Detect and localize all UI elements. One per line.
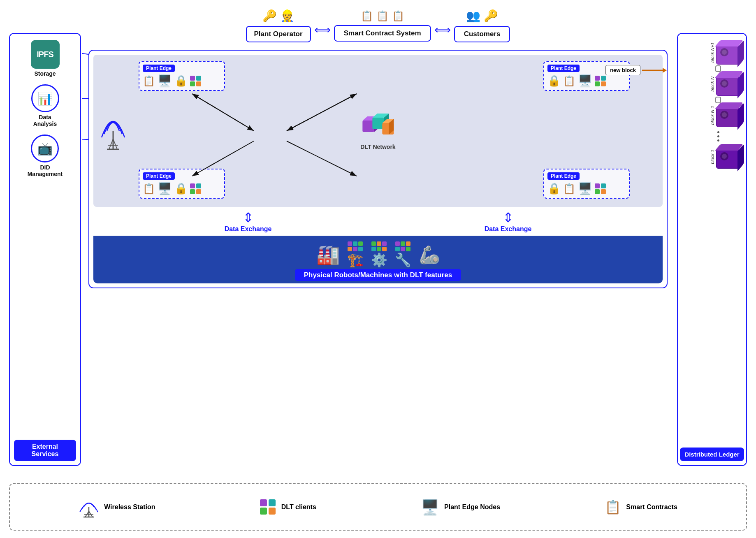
data-analysis-block: 📊 DataAnalysis: [31, 84, 59, 127]
customers-icons: 👥 🔑: [466, 9, 498, 23]
plant-edge-bottom-left: Plant Edge 📋 🖥️ 🔒: [139, 169, 225, 199]
new-block-annotation: new block: [605, 65, 667, 75]
plant-edge-bl-icons: 📋 🖥️ 🔒: [143, 182, 221, 195]
block-n-minus-1-row: block N-1: [680, 103, 744, 127]
block-n-plus-1-row: block N+1: [680, 41, 744, 65]
smart-contract-icon-1: 📋: [361, 10, 373, 22]
legend-smart-contracts: 📋 Smart Contracts: [605, 499, 677, 515]
plant-edge-br-box: Plant Edge 🔒 📋 🖥️: [543, 169, 630, 199]
legend-plant-edge-label: Plant Edge Nodes: [444, 503, 500, 511]
robot-1: 🏗️: [347, 241, 364, 268]
robots-icons-row: 🏭 🏗️: [102, 241, 654, 268]
distributed-ledger-box: block N+1 block N: [677, 33, 747, 466]
smart-contract-icon-3: 📋: [392, 10, 404, 22]
dlt-network-center: DLT Network: [360, 111, 395, 150]
sc-doc-icon-br: 📋: [563, 183, 575, 195]
external-services-box: IPFS Storage 📊 DataAnalysis 📺 DIDManagem…: [9, 33, 81, 466]
plant-edge-bl-label: Plant Edge: [143, 172, 175, 180]
key-icon: 🔑: [262, 9, 277, 23]
page-root: IPFS Storage 📊 DataAnalysis 📺 DIDManagem…: [0, 0, 756, 538]
customer-key-icon: 🔑: [484, 9, 498, 23]
did-management-label: DIDManagement: [28, 164, 63, 177]
cube-cluster-bl: [190, 183, 202, 194]
plant-edge-tr-icons: 🔒 📋 🖥️: [547, 74, 626, 88]
lock-icon-bl: 🔒: [174, 182, 188, 195]
plant-edge-tr-label: Plant Edge: [547, 65, 580, 72]
sc-doc-icon-bl: 📋: [143, 183, 155, 195]
robot-2: ⚙️: [371, 241, 387, 268]
data-exchange-right: ⇕ Data Exchange: [485, 210, 532, 233]
customers-icon: 👥: [466, 9, 480, 23]
data-exchange-left: ⇕ Data Exchange: [225, 210, 272, 233]
smart-contract-system-label: Smart Contract System: [344, 29, 421, 37]
data-analysis-icon: 📊: [31, 84, 59, 112]
legend-dlt-clients: DLT clients: [260, 499, 316, 515]
plant-edge-tl-icons: 📋 🖥️ 🔒: [143, 74, 221, 88]
physical-robots-area: 🏭 🏗️: [93, 236, 663, 283]
arrow-left-right-2: ⟺: [434, 23, 451, 37]
data-exchange-arrow-left: ⇕: [243, 210, 254, 225]
svg-rect-11: [372, 118, 384, 129]
distributed-ledger-label: Distributed Ledger: [680, 448, 744, 461]
block-n-row: block N: [680, 72, 744, 96]
legend-dlt-clients-label: DLT clients: [281, 503, 316, 511]
data-exchange-label-left: Data Exchange: [225, 225, 272, 233]
server-icon-tl: 🖥️: [158, 74, 172, 88]
plant-edge-bottom-right: Plant Edge 🔒 📋 🖥️: [543, 169, 630, 199]
top-row: 🔑 👷 Plant Operator ⟺ 📋 📋 📋 Smart Contrac…: [88, 9, 668, 42]
plant-operator-label: Plant Operator: [254, 30, 303, 38]
legend-wireless-icon: [79, 496, 99, 518]
svg-line-20: [287, 94, 357, 131]
plant-operator-icons: 🔑 👷: [262, 9, 295, 23]
robot-3: 🔧: [395, 241, 411, 268]
plant-edge-bl-box: Plant Edge 📋 🖥️ 🔒: [139, 169, 225, 199]
legend-area: Wireless Station DLT clients 🖥️ Plant Ed…: [9, 483, 747, 531]
cube-cluster-r3: [395, 241, 410, 251]
legend-dlt-clients-icon: [260, 499, 276, 515]
chain-link-1: [715, 65, 721, 72]
smart-contract-icons: 📋 📋 📋: [361, 10, 404, 22]
legend-wireless-label: Wireless Station: [104, 503, 155, 511]
svg-rect-8: [362, 121, 374, 132]
ipfs-storage-block: IPFS Storage: [31, 40, 60, 77]
legend-plant-edge-icon: 🖥️: [421, 499, 439, 516]
block-n-label: block N: [710, 77, 715, 92]
plant-edge-tl-box: Plant Edge 📋 🖥️ 🔒: [139, 61, 225, 91]
block-1-label: block 1: [710, 150, 715, 164]
svg-line-18: [192, 94, 254, 131]
plant-edge-top-left: Plant Edge 📋 🖥️ 🔒: [139, 61, 225, 91]
plant-operator-box: Plant Operator: [246, 26, 311, 42]
did-management-block: 📺 DIDManagement: [28, 134, 63, 177]
block-n1-cube: [716, 41, 744, 65]
sc-doc-icon-tl: 📋: [143, 75, 155, 87]
wireless-tower-icon: [101, 110, 125, 151]
cube-cluster-r1: [348, 241, 363, 251]
chain-dots: [717, 128, 719, 145]
smart-contract-system-box: Smart Contract System: [334, 25, 431, 42]
svg-line-33: [85, 511, 89, 517]
network-area: Plant Edge 📋 🖥️ 🔒: [93, 55, 663, 207]
svg-marker-30: [663, 68, 667, 73]
server-icon-bl: 🖥️: [158, 182, 172, 195]
arrow-left-right-1: ⟺: [314, 23, 331, 37]
network-border-box: Plant Edge 📋 🖥️ 🔒: [88, 50, 668, 288]
legend-smart-contracts-icon: 📋: [605, 499, 621, 515]
lock-icon-br: 🔒: [547, 182, 561, 195]
plant-edge-tl-label: Plant Edge: [143, 65, 175, 72]
lock-icon-tl: 🔒: [174, 74, 188, 87]
plant-operator-block: 🔑 👷 Plant Operator: [246, 9, 311, 42]
conveyor-icon-1: 🏗️: [347, 252, 364, 268]
plant-edge-br-icons: 🔒 📋 🖥️: [547, 182, 626, 195]
block-n1-label: block N+1: [710, 42, 715, 63]
dlt-network-cubes: [362, 111, 394, 140]
block-n-cube: [716, 72, 744, 96]
block-nm1-label: block N-1: [710, 106, 715, 125]
svg-line-34: [89, 511, 93, 517]
physical-robots-label: Physical Robots/Machines with DLT featur…: [295, 269, 461, 281]
data-analysis-label: DataAnalysis: [33, 114, 57, 127]
wireless-station: [101, 110, 125, 151]
did-management-icon: 📺: [31, 134, 59, 162]
block-1-cube: [716, 145, 744, 169]
server-icon-br: 🖥️: [578, 182, 592, 195]
smart-contract-icon-2: 📋: [376, 10, 389, 22]
